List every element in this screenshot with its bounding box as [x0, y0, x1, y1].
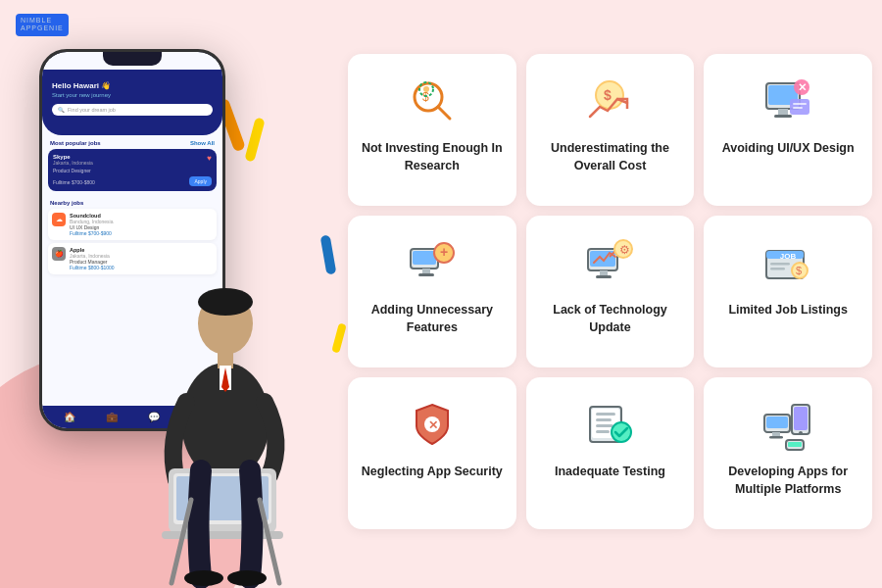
card-testing[interactable]: Inadequate Testing	[526, 377, 695, 529]
svg-point-65	[799, 431, 803, 435]
card-platforms-label: Developing Apps for Multiple Platforms	[715, 464, 860, 498]
svg-line-15	[438, 107, 450, 119]
favorite-icon[interactable]: ♥	[207, 154, 212, 163]
card-research-label: Not Investing Enough In Research	[360, 140, 505, 174]
svg-rect-28	[793, 103, 807, 105]
svg-text:$: $	[796, 265, 802, 276]
featured-job-card[interactable]: Skype Jakarta, Indonesia ♥ Product Desig…	[48, 149, 217, 191]
search-placeholder: Find your dream job	[68, 107, 116, 113]
svg-rect-29	[793, 107, 803, 109]
card-cost[interactable]: $ Underestimating the Overall Cost	[526, 54, 695, 206]
svg-text:✕: ✕	[798, 81, 807, 93]
logo: NIMBLE APPGENIE	[16, 14, 69, 36]
apply-button[interactable]: Apply	[189, 176, 212, 186]
svg-rect-61	[772, 432, 780, 436]
testing-icon	[580, 395, 639, 454]
logo-line1: NIMBLE	[21, 17, 64, 24]
svg-rect-40	[596, 275, 612, 278]
phone-subtitle: Start your new journey	[52, 92, 213, 98]
svg-text:⚙: ⚙	[619, 243, 630, 257]
svg-text:+: +	[440, 244, 448, 260]
platforms-icon	[759, 395, 817, 454]
soundcloud-icon: ☁	[52, 213, 66, 226]
home-nav-icon[interactable]: 🏠	[64, 412, 75, 422]
svg-text:✕: ✕	[428, 418, 438, 432]
features-icon: +	[403, 233, 462, 292]
svg-rect-46	[770, 263, 790, 266]
phone-section: Hello Hawari 👋 Start your new journey 🔍 …	[10, 39, 343, 588]
job2-info: Soundcloud Bandung, Indonesia UI UX Desi…	[70, 213, 113, 236]
svg-rect-39	[600, 270, 608, 275]
card-research[interactable]: $ Not Investing Enough In Research	[348, 54, 516, 206]
svg-rect-60	[766, 416, 788, 428]
svg-rect-56	[596, 424, 613, 427]
card-cost-label: Underestimating the Overall Cost	[538, 140, 683, 174]
job1-location: Jakarta, Indonesia	[53, 160, 93, 166]
card-jobs-label: Limited Job Listings	[728, 302, 848, 319]
security-icon: ✕	[403, 395, 462, 454]
deco-yellow-2	[331, 322, 346, 353]
search-icon: 🔍	[58, 107, 65, 113]
logo-box: NIMBLE APPGENIE	[16, 14, 69, 36]
svg-text:$: $	[604, 87, 612, 103]
svg-rect-64	[794, 407, 808, 430]
card-platforms[interactable]: Developing Apps for Multiple Platforms	[704, 377, 872, 529]
tech-icon: ⚙	[580, 233, 639, 292]
card-tech[interactable]: ⚙ Lack of Technology Update	[526, 216, 695, 368]
job1-salary: Fulltime $700-$800	[53, 179, 95, 185]
svg-rect-62	[769, 436, 783, 439]
phone-greeting: Hello Hawari 👋	[52, 81, 213, 90]
card-testing-label: Inadequate Testing	[555, 464, 665, 481]
card-tech-label: Lack of Technology Update	[538, 302, 683, 336]
card-security-label: Neglecting App Security	[362, 464, 503, 481]
job3-info: Apple Jakarta, Indonesia Product Manager…	[70, 247, 115, 270]
card-uiux[interactable]: ✕ Avoiding UI/UX Design	[704, 54, 872, 206]
svg-point-2	[198, 288, 253, 316]
svg-rect-54	[596, 413, 615, 416]
deco-yellow-1	[244, 117, 265, 162]
card-features-label: Adding Unnecessary Features	[360, 302, 505, 336]
nearby-jobs-title: Nearby jobs	[42, 195, 222, 209]
svg-rect-31	[413, 251, 436, 265]
phone-search[interactable]: 🔍 Find your dream job	[52, 104, 213, 116]
svg-text:JOB: JOB	[780, 252, 797, 261]
card-security[interactable]: ✕ Neglecting App Security	[348, 377, 516, 529]
jobs-icon: JOB $	[759, 233, 817, 292]
popular-jobs-title: Most popular jobs Show All	[42, 135, 222, 149]
cost-icon: $	[580, 72, 639, 130]
svg-rect-58	[596, 430, 610, 433]
logo-line2: APPGENIE	[21, 24, 64, 32]
phone-notch	[103, 52, 162, 66]
job1-role: Product Designer	[53, 168, 212, 173]
svg-text:$: $	[422, 90, 429, 104]
svg-rect-24	[774, 115, 792, 118]
cards-grid: $ Not Investing Enough In Research $ Und…	[348, 54, 872, 529]
svg-rect-55	[596, 418, 612, 421]
card-jobs[interactable]: JOB $ Limited Job Listings	[704, 216, 872, 368]
svg-rect-35	[418, 273, 434, 276]
card-features[interactable]: + Adding Unnecessary Features	[348, 216, 516, 368]
svg-rect-34	[422, 269, 430, 273]
card-uiux-label: Avoiding UI/UX Design	[722, 140, 855, 158]
svg-point-10	[184, 570, 223, 586]
svg-rect-47	[770, 268, 785, 270]
apple-icon: 🍎	[52, 247, 66, 261]
uiux-icon: ✕	[759, 72, 817, 130]
briefcase-nav-icon[interactable]: 💼	[106, 412, 118, 422]
svg-rect-23	[778, 109, 788, 115]
person-illustration	[118, 225, 333, 588]
phone-header: Hello Hawari 👋 Start your new journey 🔍 …	[42, 70, 222, 135]
research-icon: $	[403, 72, 462, 130]
svg-point-11	[227, 570, 267, 586]
svg-rect-67	[788, 442, 802, 447]
